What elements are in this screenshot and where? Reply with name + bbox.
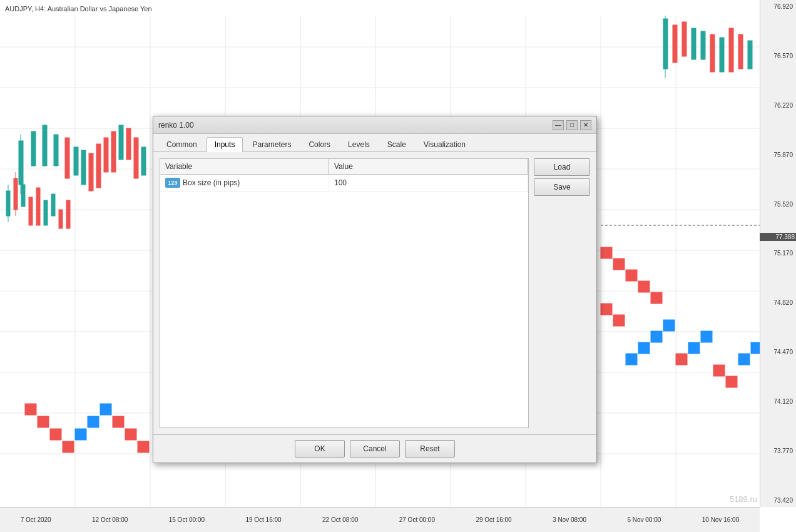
svg-rect-80: [63, 441, 74, 453]
svg-rect-62: [638, 281, 650, 292]
time-label-10: 10 Nov 16:00: [702, 516, 740, 523]
svg-rect-74: [726, 376, 737, 387]
svg-rect-44: [126, 128, 131, 160]
price-label-2: 76.570: [762, 53, 795, 59]
variable-cell: 123 Box size (in pips): [160, 175, 329, 191]
svg-rect-71: [688, 342, 700, 354]
svg-rect-26: [36, 188, 40, 225]
price-label-8: 74.470: [762, 349, 795, 356]
tab-bar: Common Inputs Parameters Colors Levels S…: [153, 134, 596, 152]
cancel-button[interactable]: Cancel: [350, 440, 400, 458]
svg-rect-24: [21, 185, 25, 207]
svg-rect-57: [738, 34, 743, 69]
svg-rect-43: [119, 125, 123, 160]
side-buttons: Load Save: [534, 158, 590, 428]
svg-rect-84: [113, 416, 124, 427]
table-row[interactable]: 123 Box size (in pips) 100: [160, 175, 528, 192]
table-header: Variable Value: [160, 159, 528, 175]
svg-rect-82: [88, 416, 99, 427]
price-label-9: 74.120: [762, 398, 795, 405]
time-label-4: 19 Oct 16:00: [245, 516, 281, 523]
svg-rect-68: [651, 331, 662, 342]
price-label-6: 75.170: [762, 250, 795, 257]
save-button[interactable]: Save: [534, 178, 590, 196]
svg-rect-51: [682, 22, 686, 56]
svg-rect-69: [663, 320, 675, 331]
svg-rect-73: [713, 365, 725, 376]
price-label-1: 76.920: [762, 3, 795, 10]
svg-rect-79: [50, 429, 61, 440]
tab-common[interactable]: Common: [158, 137, 205, 152]
svg-rect-45: [134, 138, 138, 178]
svg-rect-46: [141, 147, 146, 175]
svg-rect-59: [601, 247, 612, 258]
time-axis: 7 Oct 2020 12 Oct 08:00 15 Oct 00:00 19 …: [0, 507, 760, 532]
svg-rect-35: [54, 135, 58, 166]
svg-rect-67: [638, 342, 650, 354]
load-button[interactable]: Load: [534, 158, 590, 176]
reset-button[interactable]: Reset: [405, 440, 455, 458]
column-value: Value: [329, 159, 528, 174]
svg-rect-25: [29, 197, 33, 225]
tab-levels[interactable]: Levels: [340, 137, 378, 152]
svg-rect-33: [31, 131, 36, 166]
tab-colors[interactable]: Colors: [300, 137, 339, 152]
svg-rect-53: [701, 31, 705, 59]
svg-rect-76: [751, 342, 760, 354]
value-cell: 100: [329, 175, 528, 191]
tab-inputs[interactable]: Inputs: [207, 137, 243, 152]
svg-rect-28: [51, 194, 55, 216]
svg-rect-64: [601, 304, 612, 315]
time-label-3: 15 Oct 00:00: [169, 516, 205, 523]
minimize-button[interactable]: —: [553, 120, 564, 130]
variable-name: Box size (in pips): [183, 178, 240, 187]
dialog-footer: OK Cancel Reset: [153, 434, 596, 463]
close-button[interactable]: ✕: [580, 120, 591, 130]
svg-rect-34: [43, 125, 47, 166]
column-variable: Variable: [160, 159, 329, 174]
svg-rect-85: [125, 429, 136, 440]
svg-rect-50: [673, 25, 677, 63]
svg-rect-60: [613, 258, 625, 270]
price-label-3: 76.220: [762, 102, 795, 109]
svg-rect-40: [96, 144, 101, 188]
svg-rect-42: [111, 131, 116, 172]
svg-rect-52: [691, 28, 696, 59]
time-label-8: 3 Nov 08:00: [553, 516, 586, 523]
dialog-content: Variable Value 123 Box size (in pips) 10…: [153, 152, 596, 434]
price-label-5: 75.520: [762, 201, 795, 208]
tab-parameters[interactable]: Parameters: [244, 137, 299, 152]
maximize-button[interactable]: □: [566, 120, 578, 130]
time-label-5: 22 Oct 08:00: [322, 516, 358, 523]
svg-rect-66: [626, 354, 637, 365]
svg-rect-55: [720, 38, 724, 72]
current-price-label: 77.388: [760, 233, 796, 241]
svg-rect-54: [710, 34, 715, 72]
svg-rect-39: [89, 153, 93, 191]
svg-rect-30: [66, 200, 70, 228]
svg-rect-38: [81, 150, 86, 185]
dialog-controls: — □ ✕: [553, 120, 591, 130]
svg-rect-27: [44, 200, 48, 225]
svg-rect-72: [701, 331, 712, 342]
svg-rect-29: [59, 210, 63, 228]
svg-rect-83: [100, 404, 111, 415]
price-label-7: 74.820: [762, 299, 795, 306]
svg-rect-65: [613, 315, 625, 326]
svg-rect-36: [65, 138, 69, 178]
svg-rect-41: [104, 138, 108, 172]
svg-rect-75: [738, 354, 750, 365]
logo-watermark: 5189.ru: [730, 494, 757, 504]
dialog-title: renko 1.00: [158, 121, 194, 130]
chart-title: AUDJPY, H4: Australian Dollar vs Japanes…: [5, 5, 152, 13]
content-area: Variable Value 123 Box size (in pips) 10…: [160, 158, 590, 428]
variable-value: 100: [334, 178, 347, 187]
tab-visualization[interactable]: Visualization: [416, 137, 474, 152]
svg-rect-61: [626, 270, 637, 281]
tab-scale[interactable]: Scale: [379, 137, 414, 152]
price-label-4: 75.870: [762, 151, 795, 158]
svg-rect-77: [25, 404, 36, 415]
ok-button[interactable]: OK: [295, 440, 345, 458]
svg-rect-63: [651, 292, 662, 304]
type-badge: 123: [165, 178, 180, 188]
